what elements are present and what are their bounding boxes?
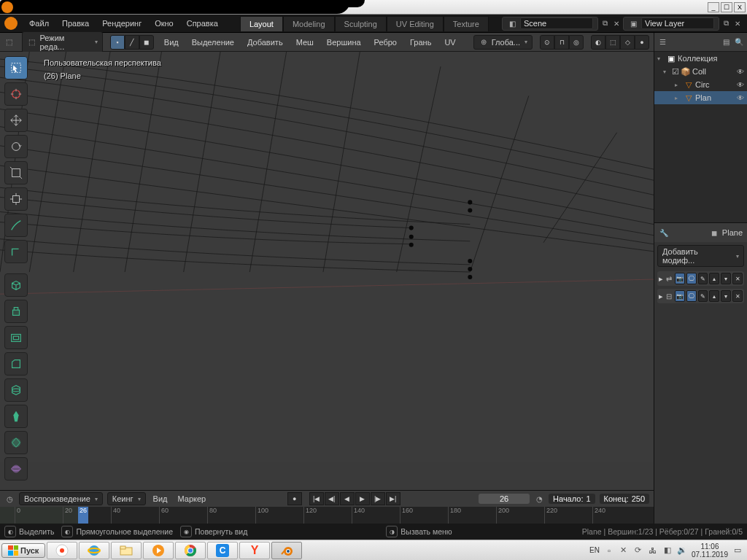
tray-update-icon[interactable]: ⟳ [633, 545, 643, 556]
scene-copy-icon[interactable]: ⧉ [600, 18, 610, 28]
tray-clock[interactable]: 11:0607.11.2019 [692, 542, 728, 559]
tool-transform[interactable] [4, 187, 28, 211]
keyframe-next[interactable]: |▶ [371, 492, 385, 505]
timeline-ruler[interactable]: 26 0 20 40 60 80 100 120 140 160 180 200… [0, 507, 654, 524]
tool-bevel[interactable] [4, 352, 28, 376]
mod1-down[interactable]: ▾ [721, 273, 731, 284]
outliner-editor-icon[interactable]: ☰ [657, 37, 667, 47]
ws-texture[interactable]: Texture [444, 16, 489, 31]
overlay-toggle[interactable]: ◐ [591, 35, 605, 50]
menu-edit[interactable]: Правка [56, 17, 95, 30]
scene-selector[interactable]: ◧ [502, 17, 598, 31]
tb-wmp[interactable] [143, 542, 174, 559]
outliner-item-coll[interactable]: ▾☑📦Coll👁 [654, 65, 747, 78]
xray-toggle[interactable]: ⬚ [605, 35, 620, 50]
mod1-render[interactable]: 📷 [675, 273, 685, 284]
filter-icon[interactable]: ▤ [721, 37, 731, 47]
tool-cursor[interactable] [4, 82, 28, 106]
tb-yandex-browser[interactable]: Y [239, 542, 270, 559]
pivot-btn[interactable]: ⊙ [540, 35, 554, 50]
vertex-mode[interactable]: ▪ [110, 35, 125, 50]
jump-start[interactable]: |◀ [309, 492, 324, 505]
editor-type-icon[interactable]: ⬚ [4, 37, 15, 47]
tray-show-desktop[interactable]: ▭ [732, 545, 743, 556]
viewlayer-selector[interactable]: ▣ [623, 17, 719, 31]
hm-vertex[interactable]: Вершина [324, 36, 364, 48]
tool-move[interactable] [4, 109, 28, 132]
minimize-button[interactable]: _ [708, 2, 719, 12]
tl-marker[interactable]: Маркер [174, 493, 209, 505]
tool-spin[interactable] [4, 457, 28, 481]
mode-dropdown[interactable]: ⬚Режим реда... [22, 31, 103, 53]
hm-face[interactable]: Грань [407, 36, 434, 48]
outliner[interactable]: ▾▣Коллекция ▾☑📦Coll👁 ▸▽Circ👁 ▸▽Plan👁 [654, 52, 747, 222]
tool-extrude[interactable] [4, 300, 28, 323]
tool-inset[interactable] [4, 326, 28, 349]
viewlayer-input[interactable] [641, 18, 714, 29]
stopwatch-icon[interactable]: ◔ [534, 494, 544, 504]
tool-measure[interactable] [4, 240, 28, 263]
tool-rotate[interactable] [4, 135, 28, 158]
tb-chrome[interactable] [175, 542, 206, 559]
mod1-del[interactable]: ✕ [732, 273, 743, 284]
play-reverse[interactable]: ◀ [340, 492, 355, 505]
outliner-item-plan[interactable]: ▸▽Plan👁 [654, 91, 747, 104]
menu-window[interactable]: Окно [149, 17, 179, 30]
ws-uv[interactable]: UV Editing [387, 16, 444, 31]
mod1-edit[interactable]: ✎ [698, 273, 708, 284]
visibility-toggle[interactable]: 👁 [737, 94, 744, 102]
tray-shield-icon[interactable]: ✕ [619, 545, 629, 556]
viewport-3d[interactable]: Пользовательская перспектива (26) Plane [0, 52, 654, 490]
tool-annotate[interactable] [4, 214, 28, 237]
visibility-toggle[interactable]: 👁 [737, 68, 744, 76]
solid-shade[interactable]: ● [635, 35, 649, 50]
layer-copy-icon[interactable]: ⧉ [721, 18, 731, 28]
hm-uv[interactable]: UV [441, 36, 458, 48]
outliner-item-circ[interactable]: ▸▽Circ👁 [654, 78, 747, 91]
playhead[interactable]: 26 [78, 507, 88, 524]
frame-start[interactable]: Начало:1 [549, 494, 595, 504]
search-icon[interactable]: 🔍 [734, 37, 744, 47]
hm-edge[interactable]: Ребро [371, 36, 400, 48]
tray-app-icon[interactable]: ◧ [662, 545, 673, 556]
mod2-del[interactable]: ✕ [732, 290, 743, 302]
visibility-toggle[interactable]: 👁 [737, 81, 744, 89]
mod1-realtime[interactable]: 🖵 [686, 273, 697, 284]
propedit-btn[interactable]: ◎ [569, 35, 584, 50]
hm-select[interactable]: Выделение [189, 36, 237, 48]
ws-layout[interactable]: Layout [240, 16, 283, 31]
timeline-editor-icon[interactable]: ◷ [4, 494, 15, 504]
edge-mode[interactable]: ╱ [125, 35, 139, 50]
mod1-up[interactable]: ▴ [709, 273, 719, 284]
tray-network-icon[interactable]: 🖧 [648, 545, 658, 556]
hm-view[interactable]: Вид [161, 36, 182, 48]
lang-indicator[interactable]: EN [589, 546, 600, 554]
mod2-down[interactable]: ▾ [721, 290, 731, 302]
keying-dropdown[interactable]: Кеинг [107, 492, 146, 505]
mod2-edit[interactable]: ✎ [698, 290, 708, 302]
add-modifier-dropdown[interactable]: Добавить модиф... [657, 245, 744, 267]
layer-del-icon[interactable]: ✕ [732, 18, 743, 28]
menu-file[interactable]: Файл [23, 17, 55, 30]
menu-help[interactable]: Справка [181, 17, 224, 30]
close-button[interactable]: X [734, 2, 746, 12]
wire-shade[interactable]: ◇ [620, 35, 635, 50]
current-frame[interactable]: 26 [479, 494, 530, 504]
tb-explorer[interactable] [111, 542, 142, 559]
props-editor-icon[interactable]: 🔧 [659, 228, 669, 238]
tb-yandex[interactable] [47, 542, 77, 559]
tb-blender[interactable] [271, 542, 302, 559]
scene-input[interactable] [520, 18, 593, 29]
orientation-dropdown[interactable]: ⊕Глоба... [473, 35, 533, 50]
mod2-render[interactable]: 📷 [675, 290, 685, 302]
tray-volume-icon[interactable]: 🔉 [677, 545, 687, 556]
tool-loopcut[interactable] [4, 378, 28, 402]
frame-end[interactable]: Конец:250 [600, 494, 649, 504]
play[interactable]: ▶ [355, 492, 370, 505]
tool-knife[interactable] [4, 405, 28, 428]
mod2-up[interactable]: ▴ [709, 290, 719, 302]
tb-ie[interactable] [79, 542, 109, 559]
mod2-realtime[interactable]: 🖵 [686, 290, 697, 302]
tool-poly-build[interactable] [4, 431, 28, 454]
jump-end[interactable]: ▶| [386, 492, 400, 505]
